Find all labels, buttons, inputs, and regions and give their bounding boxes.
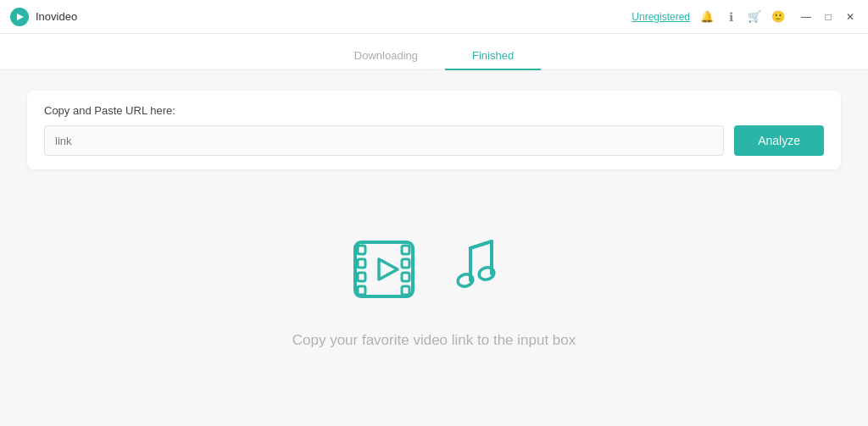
window-controls: — □ ✕	[798, 9, 858, 25]
tab-downloading[interactable]: Downloading	[327, 42, 445, 70]
url-input[interactable]	[44, 125, 724, 156]
close-button[interactable]: ✕	[843, 9, 858, 25]
empty-state: Copy your favorite video link to the inp…	[27, 169, 841, 406]
cart-icon[interactable]: 🛒	[748, 10, 761, 24]
svg-rect-6	[358, 286, 365, 295]
main-content: Copy and Paste URL here: Analyze	[0, 70, 868, 426]
url-label: Copy and Paste URL here:	[44, 104, 824, 117]
svg-line-16	[470, 241, 492, 248]
empty-state-icons	[347, 227, 521, 312]
empty-state-message: Copy your favorite video link to the inp…	[292, 332, 576, 349]
svg-rect-2	[355, 242, 413, 296]
url-section: Copy and Paste URL here: Analyze	[27, 91, 841, 169]
svg-point-15	[477, 265, 495, 280]
svg-rect-10	[402, 286, 409, 295]
svg-rect-3	[358, 246, 365, 254]
maximize-button[interactable]: □	[821, 9, 836, 25]
app-title: Inovideo	[36, 10, 77, 23]
tab-finished[interactable]: Finished	[445, 42, 541, 70]
music-icon	[445, 231, 521, 307]
svg-rect-4	[358, 259, 365, 268]
svg-point-13	[456, 272, 474, 287]
analyze-button[interactable]: Analyze	[734, 125, 824, 156]
svg-rect-8	[402, 259, 409, 268]
title-bar-left: Inovideo	[10, 8, 77, 26]
unregistered-link[interactable]: Unregistered	[632, 11, 690, 23]
app-logo-icon	[10, 8, 29, 26]
info-icon[interactable]: ℹ	[724, 10, 737, 24]
svg-rect-5	[358, 273, 365, 281]
svg-rect-7	[402, 246, 409, 254]
tab-bar: Downloading Finished	[0, 34, 868, 70]
minimize-button[interactable]: —	[798, 9, 814, 25]
url-input-row: Analyze	[44, 125, 824, 156]
svg-marker-11	[379, 259, 398, 279]
svg-rect-9	[402, 273, 409, 281]
bell-icon[interactable]: 🔔	[700, 10, 714, 24]
feedback-icon[interactable]: 🙂	[771, 10, 785, 24]
title-bar-right: Unregistered 🔔 ℹ 🛒 🙂 — □ ✕	[632, 9, 858, 25]
video-icon	[347, 227, 431, 312]
title-bar: Inovideo Unregistered 🔔 ℹ 🛒 🙂 — □ ✕	[0, 0, 868, 34]
